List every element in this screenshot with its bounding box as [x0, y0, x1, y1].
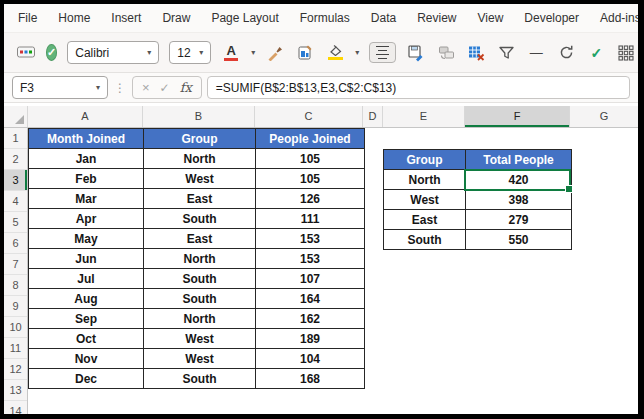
column-header-c[interactable]: C [255, 106, 363, 127]
ribbon-display-options-icon[interactable] [16, 41, 36, 65]
header-total-people[interactable]: Total People [466, 150, 572, 170]
font-size-select[interactable]: 12 ▾ [169, 41, 211, 64]
tab-page-layout[interactable]: Page Layout [211, 11, 278, 25]
drag-handle-dots-icon[interactable]: ⋮ [113, 81, 127, 95]
tab-add-ins[interactable]: Add-ins [600, 11, 638, 25]
data-cell[interactable]: 104 [256, 349, 365, 369]
tab-home[interactable]: Home [58, 11, 90, 25]
column-header-e[interactable]: E [383, 106, 465, 127]
header-group[interactable]: Group [384, 150, 466, 170]
row-header-13[interactable]: 13 [4, 380, 27, 401]
row-header-14[interactable]: 14 [4, 401, 27, 414]
column-header-g[interactable]: G [570, 106, 638, 127]
row-header-2[interactable]: 2 [4, 149, 27, 170]
data-cell[interactable]: Jun [29, 249, 144, 269]
selected-cell-f3[interactable]: 420 [466, 170, 572, 190]
paste-special-icon[interactable] [295, 41, 315, 65]
header-people-joined[interactable]: People Joined [256, 129, 365, 149]
data-cell[interactable]: 189 [256, 329, 365, 349]
checkmark-icon[interactable]: ✓ [586, 41, 606, 65]
data-cell[interactable]: West [144, 329, 256, 349]
cancel-icon[interactable]: × [142, 80, 150, 95]
tab-developer[interactable]: Developer [524, 11, 579, 25]
font-name-select[interactable]: Calibri ▾ [67, 41, 159, 64]
tab-file[interactable]: File [18, 11, 37, 25]
header-month-joined[interactable]: Month Joined [29, 129, 144, 149]
summary-cell[interactable]: 279 [466, 210, 572, 230]
summary-cell[interactable]: West [384, 190, 466, 210]
data-cell[interactable]: Aug [29, 289, 144, 309]
filter-icon[interactable] [496, 41, 516, 65]
data-cell[interactable]: 107 [256, 269, 365, 289]
row-header-4[interactable]: 4 [4, 191, 27, 212]
save-edit-icon[interactable] [406, 41, 426, 65]
row-header-3-selected[interactable]: 3 [4, 170, 27, 191]
data-cell[interactable]: North [144, 149, 256, 169]
tab-draw[interactable]: Draw [162, 11, 190, 25]
data-cell[interactable]: Jul [29, 269, 144, 289]
data-cell[interactable]: 126 [256, 189, 365, 209]
data-cell[interactable]: South [144, 269, 256, 289]
data-cell[interactable]: West [144, 349, 256, 369]
data-cell[interactable]: 164 [256, 289, 365, 309]
summary-cell[interactable]: 398 [466, 190, 572, 210]
data-cell[interactable]: East [144, 189, 256, 209]
align-center-button[interactable] [369, 42, 396, 64]
data-cell[interactable]: Jan [29, 149, 144, 169]
data-cell[interactable]: 153 [256, 229, 365, 249]
select-all-corner[interactable] [4, 106, 28, 127]
insert-function-icon[interactable]: fx [180, 80, 192, 95]
header-group[interactable]: Group [144, 129, 256, 149]
data-cell[interactable]: Apr [29, 209, 144, 229]
enter-icon[interactable]: ✓ [160, 81, 170, 95]
column-header-b[interactable]: B [143, 106, 255, 127]
column-header-f-selected[interactable]: F [465, 106, 570, 127]
summary-cell[interactable]: East [384, 210, 466, 230]
dash-icon[interactable]: — [526, 41, 546, 65]
format-painter-icon[interactable] [265, 41, 285, 65]
fill-color-chevron-icon[interactable]: ▾ [355, 49, 359, 57]
tab-view[interactable]: View [478, 11, 504, 25]
data-cell[interactable]: Nov [29, 349, 144, 369]
row-header-1[interactable]: 1 [4, 128, 27, 149]
row-header-8[interactable]: 8 [4, 275, 27, 296]
data-cell[interactable]: Feb [29, 169, 144, 189]
worksheet-grid[interactable]: A B C D E F G 1 2 3 4 5 6 7 8 9 10 11 12… [4, 106, 638, 414]
data-cell[interactable]: Oct [29, 329, 144, 349]
tab-review[interactable]: Review [417, 11, 456, 25]
data-cell[interactable]: Sep [29, 309, 144, 329]
row-header-12[interactable]: 12 [4, 359, 27, 380]
data-cell[interactable]: 105 [256, 149, 365, 169]
summary-cell[interactable]: 550 [466, 230, 572, 250]
data-cell[interactable]: South [144, 369, 256, 389]
row-header-10[interactable]: 10 [4, 317, 27, 338]
refresh-icon[interactable] [556, 41, 576, 65]
data-cell[interactable]: South [144, 289, 256, 309]
font-color-chevron-icon[interactable]: ▾ [251, 49, 255, 57]
apps-grid-icon[interactable] [616, 41, 636, 65]
data-cell[interactable]: North [144, 249, 256, 269]
data-cell[interactable]: 168 [256, 369, 365, 389]
row-header-6[interactable]: 6 [4, 233, 27, 254]
data-cell[interactable]: West [144, 169, 256, 189]
data-cell[interactable]: 105 [256, 169, 365, 189]
fill-color-button[interactable] [325, 41, 345, 65]
tab-insert[interactable]: Insert [111, 11, 141, 25]
data-cell[interactable]: 111 [256, 209, 365, 229]
data-cell[interactable]: May [29, 229, 144, 249]
column-header-a[interactable]: A [28, 106, 143, 127]
data-cell[interactable]: South [144, 209, 256, 229]
name-box[interactable]: F3 ▾ [12, 76, 108, 99]
row-header-7[interactable]: 7 [4, 254, 27, 275]
data-cell[interactable]: North [144, 309, 256, 329]
column-header-d[interactable]: D [363, 106, 383, 127]
delete-table-icon[interactable] [466, 41, 486, 65]
autosave-check-icon[interactable]: ✓ [46, 44, 57, 61]
data-cell[interactable]: 162 [256, 309, 365, 329]
paste-link-icon[interactable] [436, 41, 456, 65]
tab-formulas[interactable]: Formulas [300, 11, 350, 25]
row-header-11[interactable]: 11 [4, 338, 27, 359]
row-header-5[interactable]: 5 [4, 212, 27, 233]
data-cell[interactable]: Mar [29, 189, 144, 209]
tab-data[interactable]: Data [371, 11, 396, 25]
